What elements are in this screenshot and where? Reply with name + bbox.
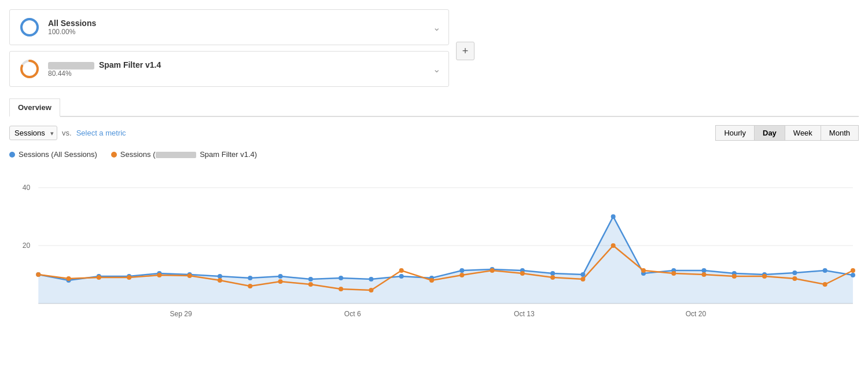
orange-dot: [580, 277, 585, 281]
spam-filter-donut-icon: [18, 57, 41, 81]
blue-dot: [851, 273, 855, 277]
segment-card-spam-filter: Spam Filter v1.4 80.44% ⌄: [9, 51, 449, 87]
orange-dot: [97, 275, 101, 280]
blue-line: [38, 217, 853, 280]
segment-cards: All Sessions 100.00% ⌄ Spam Filter v1.4: [9, 9, 449, 93]
week-button[interactable]: Week: [785, 125, 821, 141]
month-button[interactable]: Month: [821, 125, 859, 141]
blue-dot: [823, 268, 827, 273]
orange-dot: [429, 278, 434, 283]
blue-dot: [218, 274, 222, 279]
blue-dot: [399, 274, 404, 279]
spam-filter-chevron-icon[interactable]: ⌄: [433, 64, 440, 75]
orange-dot: [339, 287, 343, 291]
spam-filter-name: Spam Filter v1.4: [48, 60, 161, 70]
svg-point-1: [21, 19, 38, 35]
orange-dot: [732, 274, 737, 279]
legend-label-spam-filter: Sessions ( Spam Filter v1.4): [120, 150, 257, 159]
orange-dot: [490, 268, 495, 273]
orange-dot: [851, 268, 855, 273]
tabs-bar: Overview: [9, 98, 859, 117]
orange-dot: [36, 272, 41, 277]
select-metric-link[interactable]: Select a metric: [76, 129, 126, 137]
segments-row: All Sessions 100.00% ⌄ Spam Filter v1.4: [9, 9, 484, 93]
orange-dot: [67, 276, 71, 281]
legend-label-all-sessions: Sessions (All Sessions): [19, 150, 97, 159]
orange-dot: [218, 278, 222, 283]
segment-left: All Sessions 100.00%: [18, 16, 96, 39]
blue-dot: [248, 276, 252, 280]
y-label-40: 40: [23, 184, 31, 192]
orange-dot-peak: [611, 243, 616, 248]
blue-dot: [339, 276, 343, 280]
blurred-segment-name: [48, 62, 94, 70]
orange-dot: [127, 275, 131, 280]
all-sessions-donut-icon: [18, 16, 41, 39]
add-segment-button[interactable]: +: [456, 42, 475, 60]
spam-filter-info: Spam Filter v1.4 80.44%: [48, 60, 161, 78]
day-button[interactable]: Day: [754, 125, 785, 141]
metric-dropdown-wrapper[interactable]: Sessions: [9, 126, 57, 140]
orange-dot: [702, 272, 707, 277]
blue-dot: [792, 270, 797, 275]
orange-dot: [157, 273, 161, 277]
x-label-sep29: Sep 29: [170, 310, 193, 318]
orange-dot: [369, 288, 373, 292]
orange-dot: [399, 268, 404, 273]
blue-dot: [702, 268, 707, 273]
all-sessions-name: All Sessions: [48, 19, 96, 28]
orange-dot: [792, 276, 797, 281]
segment-left-spam: Spam Filter v1.4 80.44%: [18, 57, 161, 81]
all-sessions-info: All Sessions 100.00%: [48, 19, 96, 36]
x-label-oct13: Oct 13: [514, 310, 535, 318]
orange-dot: [459, 273, 464, 277]
tab-overview[interactable]: Overview: [9, 98, 60, 117]
orange-dot: [278, 279, 283, 284]
chart-container: 40 20 Sep 29 Oct 6 Oct 13 Oct 20: [9, 164, 859, 327]
blue-dot: [550, 271, 555, 276]
time-buttons: Hourly Day Week Month: [715, 125, 859, 141]
vs-label: vs.: [62, 129, 72, 137]
all-sessions-pct: 100.00%: [48, 28, 96, 36]
orange-dot: [187, 273, 192, 278]
orange-dot: [308, 282, 313, 287]
blue-dot: [308, 277, 313, 281]
blue-dot: [459, 268, 464, 273]
controls-row: Sessions vs. Select a metric Hourly Day …: [9, 125, 859, 141]
metric-dropdown[interactable]: Sessions: [9, 126, 57, 140]
hourly-button[interactable]: Hourly: [715, 125, 754, 141]
controls-left: Sessions vs. Select a metric: [9, 126, 126, 140]
legend-item-spam-filter: Sessions ( Spam Filter v1.4): [111, 150, 257, 159]
chart-svg: 40 20 Sep 29 Oct 6 Oct 13 Oct 20: [9, 164, 859, 327]
orange-dot: [641, 268, 646, 273]
x-label-oct20: Oct 20: [686, 310, 707, 318]
spam-filter-name-text: Spam Filter v1.4: [99, 60, 161, 70]
blue-dot-peak: [611, 214, 616, 219]
orange-dot: [248, 284, 252, 288]
blue-dot: [580, 272, 585, 277]
x-label-oct6: Oct 6: [344, 310, 361, 318]
blue-dot: [369, 277, 373, 281]
blue-dot: [278, 274, 283, 279]
all-sessions-chevron-icon[interactable]: ⌄: [433, 22, 440, 33]
legend-blurred-name: [156, 152, 196, 158]
blue-area-fill: [38, 217, 853, 303]
spam-filter-pct: 80.44%: [48, 70, 161, 78]
legend-dot-orange: [111, 152, 117, 158]
legend-dot-blue: [9, 152, 15, 158]
orange-dot: [762, 274, 767, 279]
orange-dot: [550, 275, 555, 280]
orange-dot: [520, 271, 525, 276]
segment-card-all-sessions: All Sessions 100.00% ⌄: [9, 9, 449, 45]
legend-row: Sessions (All Sessions) Sessions ( Spam …: [9, 150, 859, 159]
orange-dot: [671, 271, 676, 276]
legend-item-all-sessions: Sessions (All Sessions): [9, 150, 97, 159]
y-label-20: 20: [23, 242, 31, 250]
orange-dot: [823, 282, 827, 287]
